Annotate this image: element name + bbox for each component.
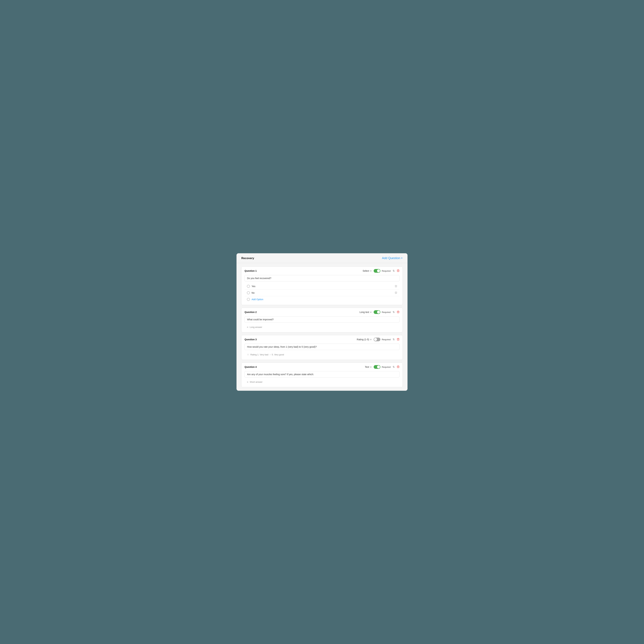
- question-type-selector-4[interactable]: Text∨: [365, 366, 372, 368]
- question-block-1: Question 1Select∨Required⇅Do you feel re…: [241, 266, 403, 305]
- question-label-4: Question 4: [245, 366, 257, 368]
- questions-container: Question 1Select∨Required⇅Do you feel re…: [237, 263, 407, 391]
- required-label-3: Required: [382, 338, 391, 341]
- svg-rect-1: [395, 285, 397, 287]
- question-type-label-1: Select: [363, 270, 369, 272]
- question-type-label-3: Rating (1-5): [357, 338, 369, 341]
- question-header-1: Question 1Select∨Required⇅: [242, 267, 403, 275]
- question-body-2: What could be improved?≡Long answer: [242, 316, 403, 332]
- delete-question-icon[interactable]: [397, 311, 399, 314]
- question-text-1: Do you feel recovered?: [245, 275, 399, 281]
- question-body-3: How would you rate your sleep, from 1 (v…: [242, 344, 403, 360]
- toggle-wrap-3: Required: [374, 338, 391, 341]
- delete-question-icon[interactable]: [397, 338, 399, 341]
- lines-icon: ≡: [247, 326, 248, 329]
- question-body-4: Are any of your muscles feeling sore? If…: [242, 371, 403, 387]
- svg-rect-2: [395, 292, 397, 293]
- main-card: Recovery Add Question + Question 1Select…: [236, 253, 408, 391]
- required-toggle-1[interactable]: [374, 269, 380, 273]
- question-header-3: Question 3Rating (1-5)∨Required⇅: [242, 335, 403, 344]
- options-list-1: YesNoAdd Option: [245, 283, 399, 303]
- radio-button[interactable]: [247, 291, 250, 294]
- required-label-4: Required: [382, 366, 391, 368]
- radio-button[interactable]: [247, 285, 250, 288]
- question-controls-1: Select∨Required⇅: [363, 269, 399, 273]
- long-answer-placeholder: Long answer: [250, 326, 262, 328]
- settings-icon[interactable]: ⇅: [393, 269, 395, 272]
- question-text-3: How would you rate your sleep, from 1 (v…: [245, 344, 399, 350]
- option-text-2: No: [252, 291, 393, 294]
- required-label-2: Required: [382, 311, 391, 313]
- svg-rect-3: [397, 311, 399, 313]
- question-block-3: Question 3Rating (1-5)∨Required⇅How woul…: [241, 335, 403, 360]
- card-header: Recovery Add Question +: [237, 253, 407, 263]
- required-toggle-4[interactable]: [374, 365, 380, 369]
- question-label-1: Question 1: [245, 270, 257, 272]
- question-header-2: Question 2Long text∨Required⇅: [242, 308, 403, 316]
- question-body-1: Do you feel recovered?YesNoAdd Option: [242, 275, 403, 305]
- svg-rect-4: [397, 339, 399, 340]
- toggle-wrap-4: Required: [374, 365, 391, 369]
- required-label-1: Required: [382, 270, 391, 272]
- required-toggle-3[interactable]: [374, 338, 380, 341]
- question-label-3: Question 3: [245, 338, 257, 341]
- question-type-label-4: Text: [365, 366, 369, 368]
- question-block-2: Question 2Long text∨Required⇅What could …: [241, 308, 403, 332]
- question-controls-2: Long text∨Required⇅: [360, 310, 399, 314]
- delete-option-icon[interactable]: [395, 291, 397, 294]
- delete-question-icon[interactable]: [397, 269, 399, 273]
- toggle-wrap-1: Required: [374, 269, 391, 273]
- delete-question-icon[interactable]: [397, 365, 399, 369]
- long-text-answer-2: ≡Long answer: [245, 324, 399, 330]
- question-controls-4: Text∨Required⇅: [365, 365, 399, 369]
- question-label-2: Question 2: [245, 311, 257, 313]
- list-item: Yes: [245, 283, 399, 290]
- lines-icon: ≡: [247, 381, 248, 383]
- list-item: No: [245, 290, 399, 296]
- toggle-wrap-2: Required: [374, 310, 391, 314]
- add-option-radio: [247, 298, 250, 301]
- card-title: Recovery: [241, 257, 254, 260]
- short-text-answer-4: ≡Short answer: [245, 379, 399, 385]
- question-type-selector-3[interactable]: Rating (1-5)∨: [357, 338, 372, 341]
- question-type-selector-1[interactable]: Select∨: [363, 270, 372, 272]
- add-option-label: Add Option: [252, 298, 263, 301]
- rating-placeholder: Rating 1. Very bad → 5. Very good: [250, 353, 284, 356]
- question-controls-3: Rating (1-5)∨Required⇅: [357, 338, 399, 341]
- chevron-down-icon: ∨: [370, 366, 372, 368]
- question-text-2: What could be improved?: [245, 316, 399, 323]
- svg-rect-5: [397, 366, 399, 368]
- chevron-down-icon: ∨: [370, 270, 372, 272]
- settings-icon[interactable]: ⇅: [393, 311, 395, 314]
- svg-rect-0: [397, 270, 399, 272]
- settings-icon[interactable]: ⇅: [393, 338, 395, 341]
- option-text-1: Yes: [252, 285, 393, 288]
- chevron-down-icon: ∨: [370, 338, 372, 341]
- chevron-down-icon: ∨: [370, 311, 372, 313]
- question-block-4: Question 4Text∨Required⇅Are any of your …: [241, 363, 403, 387]
- required-toggle-2[interactable]: [374, 310, 380, 314]
- add-option-row[interactable]: Add Option: [245, 296, 399, 303]
- add-question-button[interactable]: Add Question +: [382, 256, 403, 260]
- short-answer-placeholder: Short answer: [250, 381, 263, 383]
- settings-icon[interactable]: ⇅: [393, 365, 395, 368]
- rating-answer-3: ☆Rating 1. Very bad → 5. Very good: [245, 352, 399, 357]
- question-header-4: Question 4Text∨Required⇅: [242, 363, 403, 371]
- question-text-4: Are any of your muscles feeling sore? If…: [245, 371, 399, 378]
- delete-option-icon[interactable]: [395, 285, 397, 288]
- question-type-label-2: Long text: [360, 311, 369, 313]
- star-icon: ☆: [247, 353, 249, 356]
- question-type-selector-2[interactable]: Long text∨: [360, 311, 372, 313]
